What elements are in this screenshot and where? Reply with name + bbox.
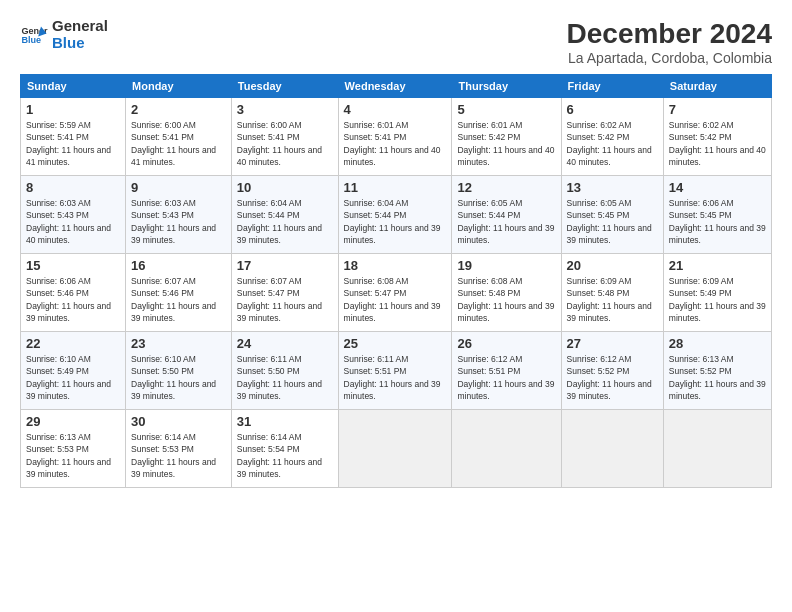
col-friday: Friday	[561, 75, 663, 98]
day-number: 3	[237, 102, 333, 117]
table-row: 8Sunrise: 6:03 AMSunset: 5:43 PMDaylight…	[21, 176, 126, 254]
table-row: 26Sunrise: 6:12 AMSunset: 5:51 PMDayligh…	[452, 332, 561, 410]
table-row: 10Sunrise: 6:04 AMSunset: 5:44 PMDayligh…	[231, 176, 338, 254]
day-number: 25	[344, 336, 447, 351]
day-number: 30	[131, 414, 226, 429]
day-number: 4	[344, 102, 447, 117]
day-info: Sunrise: 6:14 AMSunset: 5:53 PMDaylight:…	[131, 432, 216, 479]
day-number: 11	[344, 180, 447, 195]
col-saturday: Saturday	[663, 75, 771, 98]
table-row	[663, 410, 771, 488]
day-info: Sunrise: 6:09 AMSunset: 5:48 PMDaylight:…	[567, 276, 652, 323]
table-row: 18Sunrise: 6:08 AMSunset: 5:47 PMDayligh…	[338, 254, 452, 332]
table-row: 31Sunrise: 6:14 AMSunset: 5:54 PMDayligh…	[231, 410, 338, 488]
day-number: 13	[567, 180, 658, 195]
day-info: Sunrise: 6:13 AMSunset: 5:53 PMDaylight:…	[26, 432, 111, 479]
table-row: 30Sunrise: 6:14 AMSunset: 5:53 PMDayligh…	[126, 410, 232, 488]
page: General Blue General Blue December 2024 …	[0, 0, 792, 612]
day-number: 20	[567, 258, 658, 273]
day-info: Sunrise: 6:02 AMSunset: 5:42 PMDaylight:…	[669, 120, 766, 167]
day-number: 5	[457, 102, 555, 117]
calendar-table: Sunday Monday Tuesday Wednesday Thursday…	[20, 74, 772, 488]
table-row	[452, 410, 561, 488]
day-info: Sunrise: 6:09 AMSunset: 5:49 PMDaylight:…	[669, 276, 766, 323]
title-block: December 2024 La Apartada, Cordoba, Colo…	[567, 18, 772, 66]
table-row: 28Sunrise: 6:13 AMSunset: 5:52 PMDayligh…	[663, 332, 771, 410]
table-row	[338, 410, 452, 488]
day-info: Sunrise: 6:05 AMSunset: 5:44 PMDaylight:…	[457, 198, 554, 245]
table-row: 11Sunrise: 6:04 AMSunset: 5:44 PMDayligh…	[338, 176, 452, 254]
header-row: Sunday Monday Tuesday Wednesday Thursday…	[21, 75, 772, 98]
col-monday: Monday	[126, 75, 232, 98]
day-number: 7	[669, 102, 766, 117]
col-sunday: Sunday	[21, 75, 126, 98]
calendar-week-4: 22Sunrise: 6:10 AMSunset: 5:49 PMDayligh…	[21, 332, 772, 410]
table-row: 20Sunrise: 6:09 AMSunset: 5:48 PMDayligh…	[561, 254, 663, 332]
col-wednesday: Wednesday	[338, 75, 452, 98]
day-number: 17	[237, 258, 333, 273]
header: General Blue General Blue December 2024 …	[20, 18, 772, 66]
table-row	[561, 410, 663, 488]
table-row: 14Sunrise: 6:06 AMSunset: 5:45 PMDayligh…	[663, 176, 771, 254]
day-number: 10	[237, 180, 333, 195]
day-info: Sunrise: 6:07 AMSunset: 5:47 PMDaylight:…	[237, 276, 322, 323]
day-number: 8	[26, 180, 120, 195]
day-info: Sunrise: 6:01 AMSunset: 5:41 PMDaylight:…	[344, 120, 441, 167]
day-number: 23	[131, 336, 226, 351]
table-row: 4Sunrise: 6:01 AMSunset: 5:41 PMDaylight…	[338, 98, 452, 176]
day-info: Sunrise: 6:11 AMSunset: 5:51 PMDaylight:…	[344, 354, 441, 401]
table-row: 21Sunrise: 6:09 AMSunset: 5:49 PMDayligh…	[663, 254, 771, 332]
table-row: 29Sunrise: 6:13 AMSunset: 5:53 PMDayligh…	[21, 410, 126, 488]
day-info: Sunrise: 6:01 AMSunset: 5:42 PMDaylight:…	[457, 120, 554, 167]
day-info: Sunrise: 6:03 AMSunset: 5:43 PMDaylight:…	[26, 198, 111, 245]
day-info: Sunrise: 6:10 AMSunset: 5:49 PMDaylight:…	[26, 354, 111, 401]
table-row: 13Sunrise: 6:05 AMSunset: 5:45 PMDayligh…	[561, 176, 663, 254]
day-info: Sunrise: 6:04 AMSunset: 5:44 PMDaylight:…	[344, 198, 441, 245]
day-info: Sunrise: 6:02 AMSunset: 5:42 PMDaylight:…	[567, 120, 652, 167]
table-row: 2Sunrise: 6:00 AMSunset: 5:41 PMDaylight…	[126, 98, 232, 176]
day-number: 16	[131, 258, 226, 273]
day-info: Sunrise: 6:14 AMSunset: 5:54 PMDaylight:…	[237, 432, 322, 479]
day-number: 31	[237, 414, 333, 429]
calendar-week-3: 15Sunrise: 6:06 AMSunset: 5:46 PMDayligh…	[21, 254, 772, 332]
table-row: 25Sunrise: 6:11 AMSunset: 5:51 PMDayligh…	[338, 332, 452, 410]
calendar-week-5: 29Sunrise: 6:13 AMSunset: 5:53 PMDayligh…	[21, 410, 772, 488]
logo-icon: General Blue	[20, 21, 48, 49]
day-number: 19	[457, 258, 555, 273]
table-row: 22Sunrise: 6:10 AMSunset: 5:49 PMDayligh…	[21, 332, 126, 410]
day-number: 18	[344, 258, 447, 273]
day-info: Sunrise: 6:08 AMSunset: 5:48 PMDaylight:…	[457, 276, 554, 323]
table-row: 23Sunrise: 6:10 AMSunset: 5:50 PMDayligh…	[126, 332, 232, 410]
day-info: Sunrise: 6:13 AMSunset: 5:52 PMDaylight:…	[669, 354, 766, 401]
calendar-week-2: 8Sunrise: 6:03 AMSunset: 5:43 PMDaylight…	[21, 176, 772, 254]
day-info: Sunrise: 6:05 AMSunset: 5:45 PMDaylight:…	[567, 198, 652, 245]
day-number: 1	[26, 102, 120, 117]
day-number: 2	[131, 102, 226, 117]
day-info: Sunrise: 6:03 AMSunset: 5:43 PMDaylight:…	[131, 198, 216, 245]
day-number: 27	[567, 336, 658, 351]
table-row: 17Sunrise: 6:07 AMSunset: 5:47 PMDayligh…	[231, 254, 338, 332]
table-row: 1Sunrise: 5:59 AMSunset: 5:41 PMDaylight…	[21, 98, 126, 176]
subtitle: La Apartada, Cordoba, Colombia	[567, 50, 772, 66]
svg-text:Blue: Blue	[21, 35, 41, 45]
day-number: 9	[131, 180, 226, 195]
logo: General Blue General Blue	[20, 18, 108, 51]
logo-text: General Blue	[52, 18, 108, 51]
day-info: Sunrise: 6:06 AMSunset: 5:46 PMDaylight:…	[26, 276, 111, 323]
table-row: 5Sunrise: 6:01 AMSunset: 5:42 PMDaylight…	[452, 98, 561, 176]
day-number: 6	[567, 102, 658, 117]
day-info: Sunrise: 6:04 AMSunset: 5:44 PMDaylight:…	[237, 198, 322, 245]
col-tuesday: Tuesday	[231, 75, 338, 98]
day-info: Sunrise: 6:11 AMSunset: 5:50 PMDaylight:…	[237, 354, 322, 401]
table-row: 15Sunrise: 6:06 AMSunset: 5:46 PMDayligh…	[21, 254, 126, 332]
day-number: 28	[669, 336, 766, 351]
table-row: 3Sunrise: 6:00 AMSunset: 5:41 PMDaylight…	[231, 98, 338, 176]
day-number: 21	[669, 258, 766, 273]
col-thursday: Thursday	[452, 75, 561, 98]
table-row: 16Sunrise: 6:07 AMSunset: 5:46 PMDayligh…	[126, 254, 232, 332]
table-row: 12Sunrise: 6:05 AMSunset: 5:44 PMDayligh…	[452, 176, 561, 254]
day-number: 12	[457, 180, 555, 195]
day-info: Sunrise: 6:08 AMSunset: 5:47 PMDaylight:…	[344, 276, 441, 323]
day-info: Sunrise: 5:59 AMSunset: 5:41 PMDaylight:…	[26, 120, 111, 167]
day-info: Sunrise: 6:12 AMSunset: 5:52 PMDaylight:…	[567, 354, 652, 401]
